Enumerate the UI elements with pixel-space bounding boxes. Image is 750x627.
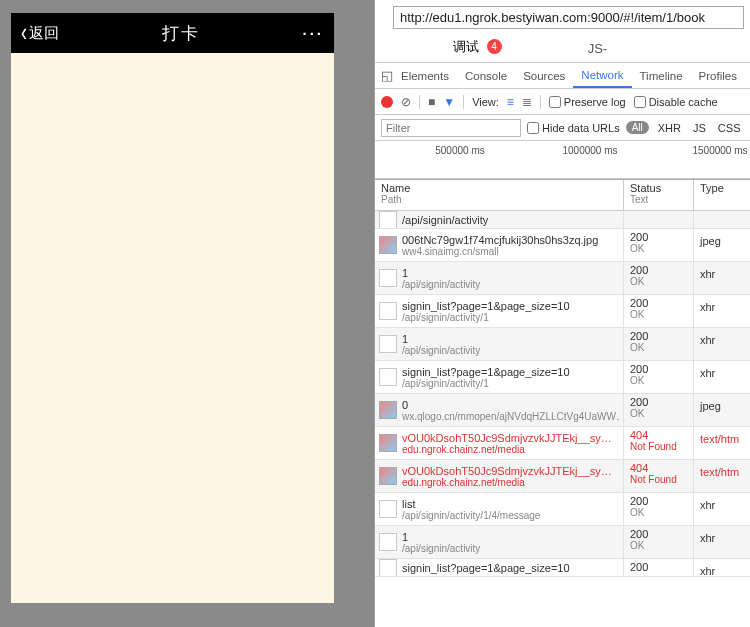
- status-text: OK: [630, 276, 687, 287]
- request-path: /api/signin/activity: [402, 543, 480, 554]
- status-code: 200: [630, 495, 648, 507]
- filter-input[interactable]: [381, 119, 521, 137]
- timeline-tick: 1000000 ms: [555, 145, 625, 156]
- separator: [463, 95, 464, 109]
- cell-type: xhr: [694, 559, 750, 576]
- filter-bar: Hide data URLs All XHR JS CSS: [375, 115, 750, 141]
- more-button[interactable]: ···: [302, 25, 324, 42]
- cell-name: signin_list?page=1&page_size=10/api/sign…: [375, 361, 624, 393]
- timeline[interactable]: 500000 ms 1000000 ms 1500000 ms: [375, 141, 750, 179]
- separator: [540, 95, 541, 109]
- request-name: list: [402, 498, 540, 510]
- status-code: 200: [630, 528, 648, 540]
- filter-icon[interactable]: ▼: [443, 95, 455, 109]
- back-label: 返回: [29, 24, 59, 43]
- cell-status: 200OK: [624, 262, 694, 294]
- cell-type: text/htm: [694, 427, 750, 459]
- tab-console[interactable]: Console: [457, 65, 515, 87]
- tab-profiles[interactable]: Profiles: [691, 65, 745, 87]
- inspect-icon[interactable]: ◱: [381, 68, 393, 83]
- request-path: /api/signin/activity: [402, 279, 480, 290]
- col-status[interactable]: Status Text: [624, 180, 694, 210]
- tab-js[interactable]: JS-: [570, 35, 626, 62]
- tab-resources[interactable]: Resou: [745, 65, 750, 87]
- table-row[interactable]: signin_list?page=1&page_size=10/api/sign…: [375, 295, 750, 328]
- file-icon: [379, 236, 397, 254]
- file-icon: [379, 500, 397, 518]
- status-code: 200: [630, 363, 648, 375]
- network-table-body[interactable]: /api/signin/activityOK006tNc79gw1f74mcjf…: [375, 211, 750, 577]
- cell-status: 200OK: [624, 559, 694, 576]
- table-row[interactable]: signin_list?page=1&page_size=10/api/sign…: [375, 361, 750, 394]
- camera-icon[interactable]: ■: [428, 95, 435, 109]
- tab-sources[interactable]: Sources: [515, 65, 573, 87]
- back-button[interactable]: ‹ 返回: [21, 23, 59, 44]
- request-name: 1: [402, 333, 480, 345]
- request-path: /api/signin/activity/1: [402, 312, 570, 323]
- cell-name: 1/api/signin/activity: [375, 262, 624, 294]
- table-row[interactable]: 1/api/signin/activity200OKxhr: [375, 526, 750, 559]
- filter-xhr[interactable]: XHR: [655, 122, 684, 134]
- request-name: signin_list?page=1&page_size=10: [402, 562, 570, 574]
- col-type[interactable]: Type: [694, 180, 750, 210]
- table-row[interactable]: signin_list?page=1&page_size=10/api/sign…: [375, 559, 750, 577]
- cell-status: 200OK: [624, 394, 694, 426]
- filter-css[interactable]: CSS: [715, 122, 744, 134]
- status-text: Not Found: [630, 441, 687, 452]
- cell-status: 200OK: [624, 526, 694, 558]
- table-row[interactable]: vOU0kDsohT50Jc9SdmjvzvkJJTEkj__syDcapt4S…: [375, 460, 750, 493]
- cell-status: 200OK: [624, 229, 694, 261]
- tab-debug[interactable]: 调试 4: [435, 32, 520, 62]
- file-icon: [379, 533, 397, 551]
- request-name: vOU0kDsohT50Jc9SdmjvzvkJJTEkj__syDcapt4S…: [402, 432, 619, 444]
- request-name: 006tNc79gw1f74mcjfukij30hs0hs3zq.jpg: [402, 234, 598, 246]
- table-row[interactable]: 1/api/signin/activity200OKxhr: [375, 328, 750, 361]
- tab-timeline[interactable]: Timeline: [632, 65, 691, 87]
- filter-all[interactable]: All: [626, 121, 649, 134]
- request-name: /api/signin/activity: [402, 214, 488, 226]
- table-row[interactable]: 006tNc79gw1f74mcjfukij30hs0hs3zq.jpgww4.…: [375, 229, 750, 262]
- request-path: /api/signin/activity: [402, 345, 480, 356]
- clear-icon[interactable]: ⊘: [401, 95, 411, 109]
- table-row[interactable]: /api/signin/activityOK: [375, 211, 750, 229]
- request-name: signin_list?page=1&page_size=10: [402, 366, 570, 378]
- status-code: 404: [630, 462, 648, 474]
- file-icon: [379, 401, 397, 419]
- cell-status: 404Not Found: [624, 427, 694, 459]
- cell-type: xhr: [694, 493, 750, 525]
- status-text: Not Found: [630, 474, 687, 485]
- status-text: OK: [630, 309, 687, 320]
- table-row[interactable]: 0wx.qlogo.cn/mmopen/ajNVdqHZLLCtVg4UaWW……: [375, 394, 750, 427]
- request-path: wx.qlogo.cn/mmopen/ajNVdqHZLLCtVg4UaWW…: [402, 411, 619, 422]
- cell-type: xhr: [694, 262, 750, 294]
- tab-elements[interactable]: Elements: [393, 65, 457, 87]
- network-toolbar: ⊘ ■ ▼ View: ≡ ≣ Preserve log Disable cac…: [375, 89, 750, 115]
- tab-debug-label: 调试: [453, 39, 479, 54]
- status-code: 404: [630, 429, 648, 441]
- cell-type: jpeg: [694, 394, 750, 426]
- devtools-tabs: ◱ Elements Console Sources Network Timel…: [375, 63, 750, 89]
- tab-network[interactable]: Network: [573, 64, 631, 88]
- table-row[interactable]: 1/api/signin/activity200OKxhr: [375, 262, 750, 295]
- request-path: edu.ngrok.chainz.net/media: [402, 477, 619, 488]
- status-code: 200: [630, 396, 648, 408]
- request-name: vOU0kDsohT50Jc9SdmjvzvkJJTEkj__syDcapt4S…: [402, 465, 619, 477]
- disable-cache-checkbox[interactable]: Disable cache: [634, 96, 718, 108]
- status-text: OK: [630, 243, 687, 254]
- address-bar[interactable]: [393, 6, 744, 29]
- filter-js[interactable]: JS: [690, 122, 709, 134]
- table-row[interactable]: list/api/signin/activity/1/4/message200O…: [375, 493, 750, 526]
- cell-name: 006tNc79gw1f74mcjfukij30hs0hs3zq.jpgww4.…: [375, 229, 624, 261]
- request-name: signin_list?page=1&page_size=10: [402, 300, 570, 312]
- file-icon: [379, 467, 397, 485]
- preserve-log-checkbox[interactable]: Preserve log: [549, 96, 626, 108]
- cell-type: xhr: [694, 526, 750, 558]
- hide-data-urls-checkbox[interactable]: Hide data URLs: [527, 122, 620, 134]
- col-name[interactable]: Name Path: [375, 180, 624, 210]
- view-small-icon[interactable]: ≣: [522, 95, 532, 109]
- status-text: OK: [630, 540, 687, 551]
- table-row[interactable]: vOU0kDsohT50Jc9SdmjvzvkJJTEkj__syDcapt4S…: [375, 427, 750, 460]
- cell-name: list/api/signin/activity/1/4/message: [375, 493, 624, 525]
- view-large-icon[interactable]: ≡: [507, 95, 514, 109]
- record-icon[interactable]: [381, 96, 393, 108]
